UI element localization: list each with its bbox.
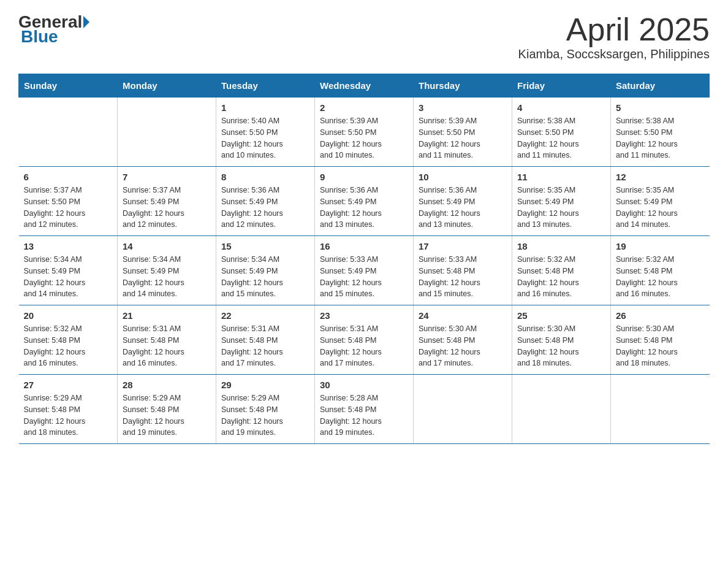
calendar-subtitle: Kiamba, Soccsksargen, Philippines	[518, 47, 710, 61]
day-number: 14	[123, 241, 211, 251]
day-info: Sunrise: 5:30 AM Sunset: 5:48 PM Dayligh…	[616, 323, 705, 369]
day-cell: 7Sunrise: 5:37 AM Sunset: 5:49 PM Daylig…	[118, 167, 216, 236]
day-number: 10	[419, 172, 507, 182]
week-row-5: 27Sunrise: 5:29 AM Sunset: 5:48 PM Dayli…	[19, 375, 710, 444]
day-info: Sunrise: 5:38 AM Sunset: 5:50 PM Dayligh…	[517, 115, 605, 161]
day-cell: 12Sunrise: 5:35 AM Sunset: 5:49 PM Dayli…	[611, 167, 710, 236]
day-number: 21	[123, 310, 211, 321]
day-cell: 20Sunrise: 5:32 AM Sunset: 5:48 PM Dayli…	[19, 305, 118, 375]
day-cell: 26Sunrise: 5:30 AM Sunset: 5:48 PM Dayli…	[611, 305, 710, 375]
logo-arrow-icon	[83, 16, 89, 28]
day-info: Sunrise: 5:35 AM Sunset: 5:49 PM Dayligh…	[616, 185, 705, 231]
day-info: Sunrise: 5:31 AM Sunset: 5:48 PM Dayligh…	[123, 323, 211, 369]
day-info: Sunrise: 5:36 AM Sunset: 5:49 PM Dayligh…	[419, 185, 507, 231]
day-cell: 29Sunrise: 5:29 AM Sunset: 5:48 PM Dayli…	[216, 375, 315, 444]
day-info: Sunrise: 5:30 AM Sunset: 5:48 PM Dayligh…	[419, 323, 507, 369]
day-info: Sunrise: 5:34 AM Sunset: 5:49 PM Dayligh…	[24, 254, 113, 300]
day-cell: 22Sunrise: 5:31 AM Sunset: 5:48 PM Dayli…	[216, 305, 315, 375]
day-cell	[512, 375, 611, 444]
day-info: Sunrise: 5:36 AM Sunset: 5:49 PM Dayligh…	[221, 185, 309, 231]
day-info: Sunrise: 5:29 AM Sunset: 5:48 PM Dayligh…	[24, 393, 113, 439]
calendar-title: April 2025	[518, 12, 710, 47]
day-cell: 10Sunrise: 5:36 AM Sunset: 5:49 PM Dayli…	[414, 167, 512, 236]
day-info: Sunrise: 5:35 AM Sunset: 5:49 PM Dayligh…	[517, 185, 605, 231]
week-row-1: 1Sunrise: 5:40 AM Sunset: 5:50 PM Daylig…	[19, 98, 710, 167]
calendar-table: SundayMondayTuesdayWednesdayThursdayFrid…	[18, 74, 710, 444]
day-cell: 8Sunrise: 5:36 AM Sunset: 5:49 PM Daylig…	[216, 167, 315, 236]
day-info: Sunrise: 5:38 AM Sunset: 5:50 PM Dayligh…	[616, 115, 705, 161]
header-cell-thursday: Thursday	[414, 74, 512, 98]
day-number: 5	[616, 102, 705, 113]
day-info: Sunrise: 5:29 AM Sunset: 5:48 PM Dayligh…	[123, 393, 211, 439]
day-number: 13	[24, 241, 113, 251]
day-number: 11	[517, 172, 605, 182]
header-cell-monday: Monday	[118, 74, 216, 98]
day-cell: 21Sunrise: 5:31 AM Sunset: 5:48 PM Dayli…	[118, 305, 216, 375]
header-cell-sunday: Sunday	[19, 74, 118, 98]
week-row-4: 20Sunrise: 5:32 AM Sunset: 5:48 PM Dayli…	[19, 305, 710, 375]
day-number: 3	[419, 102, 507, 113]
day-info: Sunrise: 5:32 AM Sunset: 5:48 PM Dayligh…	[616, 254, 705, 300]
day-cell: 14Sunrise: 5:34 AM Sunset: 5:49 PM Dayli…	[118, 236, 216, 305]
day-number: 6	[24, 172, 113, 182]
day-cell	[19, 98, 118, 167]
header-cell-tuesday: Tuesday	[216, 74, 315, 98]
day-number: 30	[320, 380, 408, 390]
day-info: Sunrise: 5:31 AM Sunset: 5:48 PM Dayligh…	[320, 323, 408, 369]
day-info: Sunrise: 5:34 AM Sunset: 5:49 PM Dayligh…	[123, 254, 211, 300]
header-cell-friday: Friday	[512, 74, 611, 98]
day-cell: 13Sunrise: 5:34 AM Sunset: 5:49 PM Dayli…	[19, 236, 118, 305]
day-number: 15	[221, 241, 309, 251]
logo: General Blue	[18, 12, 91, 47]
day-cell: 4Sunrise: 5:38 AM Sunset: 5:50 PM Daylig…	[512, 98, 611, 167]
day-cell: 2Sunrise: 5:39 AM Sunset: 5:50 PM Daylig…	[315, 98, 414, 167]
day-cell	[414, 375, 512, 444]
calendar-header: SundayMondayTuesdayWednesdayThursdayFrid…	[19, 74, 710, 98]
week-row-2: 6Sunrise: 5:37 AM Sunset: 5:50 PM Daylig…	[19, 167, 710, 236]
day-cell: 25Sunrise: 5:30 AM Sunset: 5:48 PM Dayli…	[512, 305, 611, 375]
day-number: 16	[320, 241, 408, 251]
day-info: Sunrise: 5:37 AM Sunset: 5:50 PM Dayligh…	[24, 185, 113, 231]
day-number: 1	[221, 102, 309, 113]
day-info: Sunrise: 5:39 AM Sunset: 5:50 PM Dayligh…	[320, 115, 408, 161]
title-block: April 2025 Kiamba, Soccsksargen, Philipp…	[518, 12, 710, 61]
day-cell: 16Sunrise: 5:33 AM Sunset: 5:49 PM Dayli…	[315, 236, 414, 305]
day-cell	[118, 98, 216, 167]
day-cell: 1Sunrise: 5:40 AM Sunset: 5:50 PM Daylig…	[216, 98, 315, 167]
day-number: 12	[616, 172, 705, 182]
day-info: Sunrise: 5:32 AM Sunset: 5:48 PM Dayligh…	[517, 254, 605, 300]
day-number: 9	[320, 172, 408, 182]
day-cell: 27Sunrise: 5:29 AM Sunset: 5:48 PM Dayli…	[19, 375, 118, 444]
day-cell: 17Sunrise: 5:33 AM Sunset: 5:48 PM Dayli…	[414, 236, 512, 305]
day-cell: 6Sunrise: 5:37 AM Sunset: 5:50 PM Daylig…	[19, 167, 118, 236]
day-number: 20	[24, 310, 113, 321]
day-info: Sunrise: 5:31 AM Sunset: 5:48 PM Dayligh…	[221, 323, 309, 369]
day-number: 27	[24, 380, 113, 390]
day-cell: 24Sunrise: 5:30 AM Sunset: 5:48 PM Dayli…	[414, 305, 512, 375]
day-cell: 15Sunrise: 5:34 AM Sunset: 5:49 PM Dayli…	[216, 236, 315, 305]
day-cell: 19Sunrise: 5:32 AM Sunset: 5:48 PM Dayli…	[611, 236, 710, 305]
header-cell-wednesday: Wednesday	[315, 74, 414, 98]
day-cell: 23Sunrise: 5:31 AM Sunset: 5:48 PM Dayli…	[315, 305, 414, 375]
day-info: Sunrise: 5:33 AM Sunset: 5:48 PM Dayligh…	[419, 254, 507, 300]
day-number: 2	[320, 102, 408, 113]
day-cell: 11Sunrise: 5:35 AM Sunset: 5:49 PM Dayli…	[512, 167, 611, 236]
day-cell: 30Sunrise: 5:28 AM Sunset: 5:48 PM Dayli…	[315, 375, 414, 444]
day-info: Sunrise: 5:40 AM Sunset: 5:50 PM Dayligh…	[221, 115, 309, 161]
week-row-3: 13Sunrise: 5:34 AM Sunset: 5:49 PM Dayli…	[19, 236, 710, 305]
day-number: 4	[517, 102, 605, 113]
day-number: 8	[221, 172, 309, 182]
day-info: Sunrise: 5:28 AM Sunset: 5:48 PM Dayligh…	[320, 393, 408, 439]
header-cell-saturday: Saturday	[611, 74, 710, 98]
logo-blue-text: Blue	[21, 27, 58, 46]
day-number: 17	[419, 241, 507, 251]
day-info: Sunrise: 5:39 AM Sunset: 5:50 PM Dayligh…	[419, 115, 507, 161]
day-number: 22	[221, 310, 309, 321]
day-info: Sunrise: 5:29 AM Sunset: 5:48 PM Dayligh…	[221, 393, 309, 439]
day-cell: 3Sunrise: 5:39 AM Sunset: 5:50 PM Daylig…	[414, 98, 512, 167]
day-number: 23	[320, 310, 408, 321]
page-header: General Blue April 2025 Kiamba, Soccsksa…	[18, 12, 710, 61]
day-info: Sunrise: 5:30 AM Sunset: 5:48 PM Dayligh…	[517, 323, 605, 369]
day-number: 25	[517, 310, 605, 321]
day-info: Sunrise: 5:34 AM Sunset: 5:49 PM Dayligh…	[221, 254, 309, 300]
